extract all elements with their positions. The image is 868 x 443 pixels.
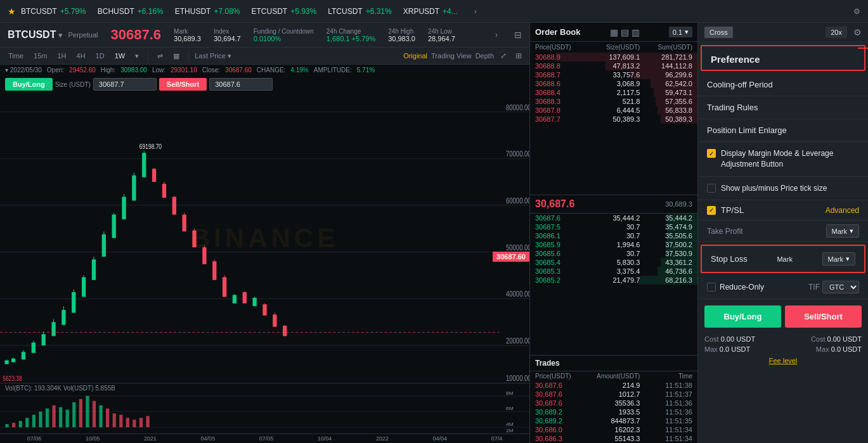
size-input[interactable] (93, 78, 157, 91)
ticker-change: +5.93% (290, 7, 316, 16)
date-axis: 07/06 10/05 2021 04/05 07/05 10/04 2022 … (0, 433, 529, 443)
tf-time[interactable]: Time (5, 51, 27, 61)
tf-1w[interactable]: 1W (112, 51, 129, 61)
current-price: 30687.6 (111, 27, 162, 43)
tab-trading-view[interactable]: Trading View (431, 52, 472, 60)
tf-1h[interactable]: 1H (54, 51, 69, 61)
ask-row[interactable]: 30688.6 3,068.9 62,542.0 (530, 79, 697, 88)
svg-rect-100 (139, 418, 143, 427)
close-val: 30687.60 (225, 67, 252, 74)
display-margin-checkbox[interactable]: ✓ (707, 149, 716, 158)
panel-settings-icon[interactable]: ⚙ (853, 27, 862, 37)
reduce-only-row: Reduce-Only TIF GTC IOC FOK (698, 276, 868, 299)
divider (148, 51, 148, 60)
bid-row[interactable]: 30687.6 35,444.2 35,444.2 (530, 214, 697, 222)
svg-rect-29 (82, 277, 86, 297)
tif-select[interactable]: GTC IOC FOK (822, 281, 859, 293)
tab-last-price[interactable]: Last Price ▾ (195, 52, 231, 60)
tpsl-row: ✓ TP/SL Advanced (698, 200, 868, 221)
svg-rect-84 (32, 414, 36, 427)
ticker-symbol-block[interactable]: BTCUSDT ▾ Perpetual (8, 29, 98, 41)
bid-row[interactable]: 30685.3 3,375.4 46,736.6 (530, 267, 697, 276)
high-label: High: (101, 67, 115, 74)
high-val: 30983.00 (120, 67, 147, 74)
svg-rect-25 (62, 310, 65, 325)
ask-row[interactable]: 30688.4 2,117.5 59,473.1 (530, 88, 697, 97)
change-stat: 24h Change 1,680.1 +5.79% (327, 28, 375, 42)
ticker-change: +4... (443, 7, 458, 16)
tpsl-checkbox[interactable]: ✓ (707, 206, 716, 215)
svg-rect-81 (12, 423, 15, 427)
reduce-only-checkbox[interactable] (707, 283, 716, 292)
settings-icon[interactable]: ⚙ (853, 7, 860, 16)
star-icon: ★ (8, 6, 16, 16)
ticker-bchusdt[interactable]: BCHUSDT +6.16% (98, 7, 164, 16)
max-buy-val: 0.0 USDT (720, 345, 750, 353)
ask-row[interactable]: 30688.3 521.8 57,355.6 (530, 97, 697, 106)
tf-more[interactable]: ▾ (132, 51, 142, 61)
ticker-etcusdt[interactable]: ETCUSDT +5.93% (252, 7, 317, 16)
filter-icon[interactable]: ⊟ (514, 30, 522, 40)
buy-long-small-btn[interactable]: Buy/Long (5, 78, 53, 91)
advanced-btn[interactable]: Advanced (826, 206, 859, 215)
col-price: Price(USDT) (535, 44, 588, 51)
ask-row[interactable]: 30688.8 47,813.2 144,112.8 (530, 61, 697, 70)
chart-indicator-btn[interactable]: ⇌ (154, 51, 166, 61)
bid-row[interactable]: 30685.2 21,479.7 68,216.3 (530, 276, 697, 285)
tf-1d[interactable]: 1D (93, 51, 108, 61)
fee-level-link[interactable]: Fee level (698, 354, 868, 367)
cost-row-max: Max 0.0 USDT Max 0.0 USDT (698, 344, 868, 354)
svg-rect-101 (146, 416, 149, 427)
svg-rect-23 (51, 322, 55, 336)
ask-row[interactable]: 30687.7 50,389.3 50,389.3 (530, 115, 697, 124)
ask-row[interactable]: 30687.8 6,444.5 56,833.8 (530, 106, 697, 115)
top-nav: ★ BTCUSDT +5.79% BCHUSDT +6.16% ETHUSDT … (0, 0, 868, 23)
svg-text:10000.00: 10000.00 (506, 374, 529, 383)
volume-area: Vol(BTC): 193.304K Vol(USDT) 5.855B 8M 6… (0, 383, 529, 433)
pref-item-trading-rules[interactable]: Trading Rules (698, 96, 868, 119)
stop-loss-dropdown[interactable]: Mark ▾ (822, 252, 855, 266)
sell-short-btn[interactable]: Sell/Short (785, 305, 862, 328)
bid-row[interactable]: 30685.4 5,830.3 43,361.2 (530, 258, 697, 267)
chart-svg: 80000.00 70000.00 60000.00 50000.00 4000… (0, 93, 529, 383)
sell-size-input[interactable] (209, 78, 273, 91)
pref-item-position-limit[interactable]: Position Limit Enlarge (698, 119, 868, 142)
ticker-xrpusdt[interactable]: XRPUSDT +4... (403, 7, 458, 16)
ask-row[interactable]: 30688.7 33,757.6 96,299.6 (530, 70, 697, 79)
ticker-ethusdt[interactable]: ETHUSDT +7.08% (175, 7, 240, 16)
tf-15m[interactable]: 15m (30, 51, 50, 61)
expand-icon[interactable]: ⤢ (498, 50, 509, 61)
tab-original[interactable]: Original (403, 52, 427, 60)
cross-btn[interactable]: Cross (704, 27, 733, 38)
svg-text:60000.00: 60000.00 (506, 196, 529, 205)
pref-header-container: Preference ⟶ (698, 45, 868, 71)
buy-long-btn[interactable]: Buy/Long (704, 305, 781, 328)
bid-row[interactable]: 30686.1 30.7 35,505.6 (530, 231, 697, 240)
ticker-btcusdt[interactable]: BTCUSDT +5.79% (21, 7, 86, 16)
ticker-more-icon[interactable]: › (495, 30, 498, 39)
ticker-ltcusdt[interactable]: LTCUSDT +6.31% (328, 7, 392, 16)
nav-scroll-right[interactable]: › (474, 7, 477, 16)
bid-row[interactable]: 30685.6 30.7 37,530.9 (530, 249, 697, 258)
chart-type-btn[interactable]: ▦ (170, 51, 183, 61)
ob-precision[interactable]: 0.1 ▾ (669, 27, 692, 37)
svg-rect-70 (283, 326, 287, 336)
trade-row: 30,687.6 35536.3 11:51:36 (530, 399, 697, 408)
tf-4h[interactable]: 4H (74, 51, 89, 61)
ob-view-both[interactable]: ▦ (610, 27, 618, 37)
pref-item-cooling[interactable]: Cooling-off Period (698, 74, 868, 96)
leverage-btn[interactable]: 20x (826, 27, 847, 38)
take-profit-dropdown[interactable]: Mark ▾ (826, 224, 859, 238)
ob-view-sells[interactable]: ▤ (621, 27, 629, 37)
bid-row[interactable]: 30687.5 30.7 35,474.9 (530, 222, 697, 231)
index-stat: Index 30,694.7 (214, 28, 241, 42)
ask-row[interactable]: 30688.9 137,609.1 281,721.9 (530, 53, 697, 61)
grid-icon[interactable]: ⊞ (513, 50, 524, 61)
show-price-tick-checkbox[interactable] (707, 184, 716, 193)
bid-row[interactable]: 30685.9 1,994.6 37,500.2 (530, 240, 697, 249)
sell-short-small-btn[interactable]: Sell/Short (159, 78, 207, 91)
stop-loss-row: Stop Loss Mark Mark ▾ (711, 252, 855, 266)
svg-rect-95 (106, 409, 109, 428)
ob-view-buys[interactable]: ▥ (632, 27, 640, 37)
tab-depth[interactable]: Depth (476, 52, 494, 60)
